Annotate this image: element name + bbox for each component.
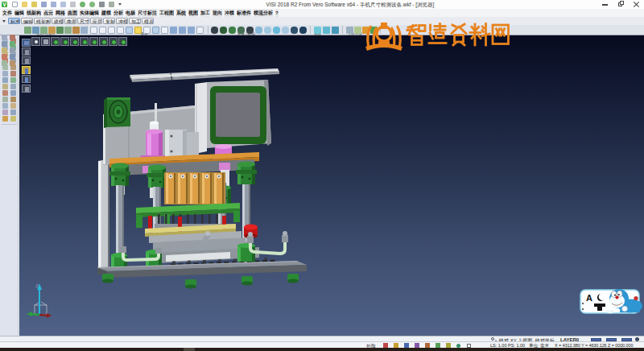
svg-text:A: A	[586, 293, 592, 303]
svg-text:Z: Z	[35, 283, 39, 288]
